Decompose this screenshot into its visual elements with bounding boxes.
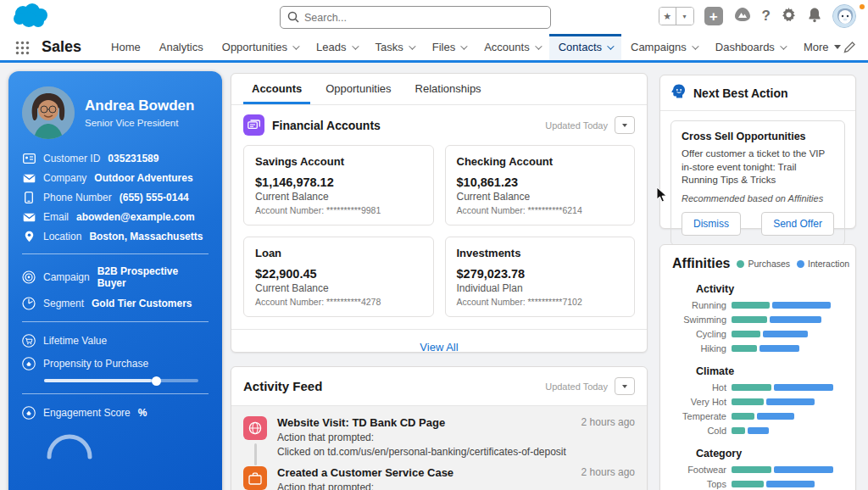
briefcase-icon — [243, 466, 267, 490]
purchases-bar — [732, 316, 767, 323]
gauge-icon — [22, 356, 36, 371]
id-card-icon — [22, 153, 36, 164]
notifications-bell-icon[interactable] — [807, 7, 822, 26]
caret-down-icon — [622, 385, 627, 388]
app-name[interactable]: Sales — [36, 34, 102, 60]
purchases-bar — [732, 466, 771, 473]
legend-purchases: Purchases — [737, 259, 790, 269]
interaction-dot-icon — [797, 260, 804, 268]
tab-relationships[interactable]: Relationships — [407, 74, 490, 104]
nav-tab-tasks[interactable]: Tasks — [366, 34, 423, 60]
purchases-bar — [732, 398, 764, 405]
interaction-bar — [766, 481, 815, 487]
activity-item-service-case[interactable]: Created a Customer Service Case Action t… — [243, 466, 635, 490]
global-header: ★ ▾ + ? — [0, 0, 868, 34]
divider — [22, 253, 209, 254]
affinity-row: Very Hot — [672, 397, 843, 407]
purchases-bar — [732, 481, 764, 487]
purchases-bar — [732, 413, 754, 420]
field-customer-id: Customer ID 035231589 — [22, 153, 209, 164]
user-avatar[interactable] — [832, 4, 856, 28]
favorites-star-icon[interactable]: ★ — [659, 8, 676, 25]
interaction-bar — [774, 466, 833, 473]
nav-tab-more[interactable]: More — [794, 34, 850, 60]
activity-item-website-visit[interactable]: Website Visit: TD Bank CD Page Action th… — [243, 416, 635, 458]
nav-tab-dashboards[interactable]: Dashboards — [706, 34, 794, 60]
app-launcher-icon[interactable] — [15, 41, 30, 60]
cart-icon — [22, 333, 36, 348]
nav-tab-campaigns[interactable]: Campaigns — [621, 34, 706, 60]
activity-feed-panel: Activity Feed Updated Today Website Visi… — [231, 366, 648, 490]
map-pin-icon — [22, 231, 36, 242]
divider — [22, 393, 209, 394]
interaction-bar — [772, 302, 831, 309]
interaction-bar — [760, 345, 799, 352]
favorites-button-group: ★ ▾ — [659, 7, 694, 25]
interaction-bar — [774, 384, 833, 391]
chevron-down-icon — [352, 42, 359, 49]
nav-tab-opportunities[interactable]: Opportunities — [213, 34, 307, 60]
profile-photo — [22, 86, 75, 139]
account-card-checking[interactable]: Checking Account $10,861.23 Current Bala… — [445, 145, 636, 226]
account-card-savings[interactable]: Savings Account $1,146,978.12 Current Ba… — [243, 145, 434, 226]
updated-label: Updated Today — [545, 120, 608, 131]
global-add-icon[interactable]: + — [704, 7, 723, 25]
nav-tab-files[interactable]: Files — [423, 34, 475, 60]
section-menu-button[interactable] — [615, 116, 635, 134]
field-lifetime-value: Lifetime Value — [22, 333, 209, 348]
section-menu-button[interactable] — [615, 377, 635, 395]
affinity-row: Hot — [672, 382, 843, 393]
salesforce-logo-icon[interactable] — [10, 2, 53, 36]
financial-accounts-icon — [243, 114, 264, 136]
purchases-bar — [732, 331, 760, 337]
nav-tab-contacts[interactable]: Contacts — [549, 34, 621, 60]
envelope-icon — [22, 213, 36, 222]
interaction-bar — [770, 316, 821, 323]
favorites-caret-icon[interactable]: ▾ — [676, 8, 693, 25]
globe-icon — [243, 416, 267, 440]
global-search-input[interactable] — [280, 6, 551, 29]
customer-profile-panel: Andrea Bowden Senior Vice President Cust… — [8, 71, 222, 490]
purchases-dot-icon — [737, 260, 744, 268]
salesforce-app: ★ ▾ + ? Sales Home Analytics — [0, 0, 868, 490]
customer-name: Andrea Bowden — [85, 97, 194, 114]
account-card-loan[interactable]: Loan $22,900.45 Current Balance Account … — [243, 237, 434, 317]
nav-tab-analytics[interactable]: Analytics — [150, 34, 213, 60]
trailhead-icon[interactable] — [733, 6, 752, 26]
tab-accounts[interactable]: Accounts — [243, 74, 310, 104]
einstein-icon — [670, 84, 687, 102]
affinities-title: Affinities — [672, 256, 730, 271]
tab-opportunities[interactable]: Opportunities — [317, 74, 399, 104]
purchases-bar — [732, 345, 757, 352]
interaction-bar — [766, 398, 815, 405]
interaction-bar — [757, 413, 794, 420]
field-segment: Segment Gold Tier Customers — [22, 297, 209, 310]
edit-nav-pencil-icon[interactable] — [843, 41, 856, 57]
envelope-icon — [22, 174, 36, 183]
target-icon — [22, 270, 36, 284]
field-engagement-score: Engagement Score % — [22, 405, 209, 420]
view-all-link[interactable]: View All — [420, 341, 458, 354]
next-best-action-panel: Next Best Action Cross Sell Opportunitie… — [659, 75, 856, 229]
send-offer-button[interactable]: Send Offer — [761, 212, 834, 236]
purchases-bar — [732, 427, 745, 434]
affinity-row: Running — [672, 300, 843, 310]
nav-tab-leads[interactable]: Leads — [307, 34, 365, 60]
mouse-cursor — [656, 187, 668, 207]
app-nav-bar: Sales Home Analytics Opportunities Leads… — [0, 34, 868, 63]
setup-gear-icon[interactable] — [781, 7, 797, 26]
nav-tab-home[interactable]: Home — [102, 34, 150, 60]
chevron-down-icon — [780, 42, 787, 49]
propensity-slider[interactable] — [44, 379, 198, 382]
chevron-down-icon — [292, 42, 299, 49]
help-icon[interactable]: ? — [762, 8, 771, 25]
interaction-bar — [748, 427, 769, 434]
slider-knob[interactable] — [152, 376, 161, 386]
account-card-investments[interactable]: Investments $279,023.78 Individual Plan … — [445, 237, 636, 317]
legend-interaction: Interaction — [797, 259, 849, 269]
affinity-row: Cold — [672, 426, 843, 436]
nav-tab-accounts[interactable]: Accounts — [475, 34, 548, 60]
dismiss-button[interactable]: Dismiss — [682, 212, 741, 236]
purchases-bar — [732, 302, 770, 309]
affinity-row: Hiking — [672, 343, 843, 354]
